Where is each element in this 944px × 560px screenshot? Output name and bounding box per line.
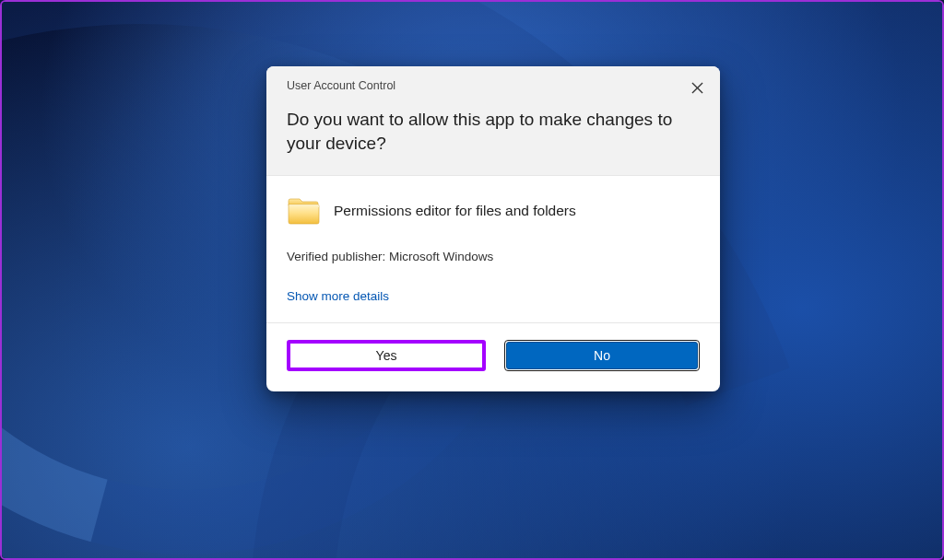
uac-dialog: User Account Control Do you want to allo… xyxy=(266,66,720,391)
dialog-title: User Account Control xyxy=(287,79,700,92)
dialog-question: Do you want to allow this app to make ch… xyxy=(287,108,700,155)
app-info-row: Permissions editor for files and folders xyxy=(287,196,700,226)
dialog-body: Permissions editor for files and folders… xyxy=(266,176,720,322)
publisher-line: Verified publisher: Microsoft Windows xyxy=(287,250,700,263)
app-name: Permissions editor for files and folders xyxy=(334,203,576,219)
no-button-focus-ring: No xyxy=(504,340,700,371)
no-button[interactable]: No xyxy=(506,342,698,369)
show-more-details-link[interactable]: Show more details xyxy=(287,289,389,303)
close-button[interactable] xyxy=(683,74,711,101)
dialog-header: User Account Control Do you want to allo… xyxy=(266,66,720,176)
dialog-footer: Yes No xyxy=(266,322,720,391)
yes-button[interactable]: Yes xyxy=(287,340,486,371)
folder-icon xyxy=(287,196,320,226)
close-icon xyxy=(691,82,703,94)
